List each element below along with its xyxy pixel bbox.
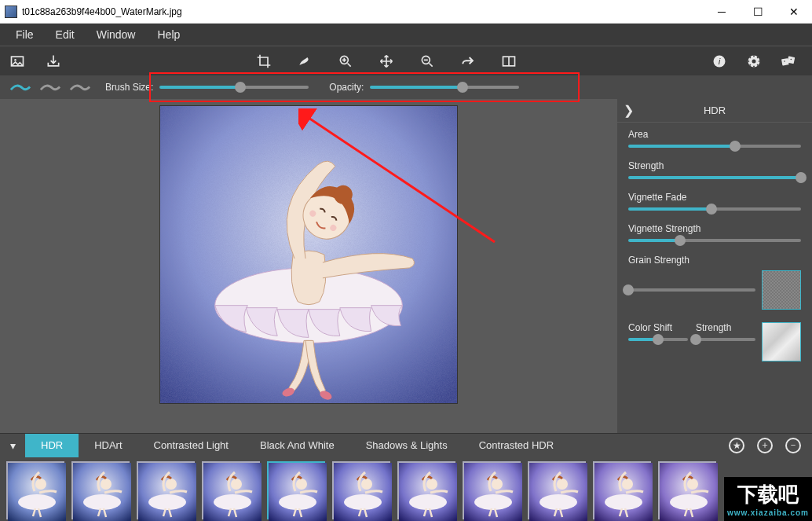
panel-title: HDR [639, 105, 790, 116]
preset-thumb-image [332, 461, 390, 519]
vignette-strength-label: Vignette Strength [628, 223, 801, 234]
strength-label: Strength [628, 160, 801, 171]
svg-point-26 [83, 494, 121, 510]
brush-tool-3-icon[interactable] [69, 81, 91, 94]
preset-thumb[interactable]: Artistic Gradient [396, 461, 456, 521]
canvas-image [159, 105, 458, 404]
svg-rect-25 [73, 463, 131, 521]
vignette-fade-label: Vignette Fade [628, 192, 801, 203]
grain-swatch[interactable] [762, 270, 801, 310]
preset-thumb[interactable]: - HDR Grain [200, 461, 261, 521]
minimize-button[interactable]: ─ [704, 0, 740, 24]
preset-thumb-image [6, 461, 64, 519]
compare-icon[interactable] [499, 52, 518, 71]
svg-point-36 [296, 479, 307, 490]
menu-window[interactable]: Window [86, 25, 147, 44]
svg-point-50 [605, 494, 642, 510]
vignette-fade-slider[interactable] [628, 207, 801, 211]
category-tab-hdr[interactable]: HDR [25, 434, 79, 457]
color-strength-label: Strength [696, 322, 755, 333]
svg-rect-49 [594, 463, 653, 521]
color-shift-label: Color Shift [628, 322, 688, 333]
category-tab-contrasted-light[interactable]: Contrasted Light [138, 434, 244, 457]
brush-size-slider[interactable] [159, 86, 309, 89]
preset-thumb-image [71, 461, 130, 519]
categories-expand-icon[interactable]: ▾ [0, 434, 25, 457]
svg-point-48 [557, 479, 568, 490]
favorite-preset-icon[interactable]: ★ [729, 438, 744, 453]
preset-thumb[interactable]: - HDR Smooth 1 [265, 461, 326, 521]
category-tab-hdart[interactable]: HDArt [79, 434, 137, 457]
svg-point-51 [622, 479, 633, 490]
menu-file[interactable]: File [5, 25, 45, 44]
svg-rect-31 [203, 463, 262, 521]
area-slider[interactable] [628, 145, 801, 148]
opacity-label: Opacity: [329, 82, 364, 93]
strength-slider[interactable] [628, 176, 801, 179]
svg-rect-43 [464, 463, 522, 521]
svg-text:i: i [719, 56, 721, 66]
svg-point-38 [344, 494, 382, 510]
vignette-strength-slider[interactable] [628, 239, 801, 242]
menu-edit[interactable]: Edit [45, 25, 86, 44]
svg-rect-22 [8, 463, 66, 521]
preset-thumb-image [137, 461, 195, 519]
color-swatch[interactable] [762, 322, 801, 361]
svg-point-44 [474, 494, 512, 510]
close-button[interactable]: ✕ [776, 0, 812, 24]
dice-random-icon[interactable] [779, 52, 798, 71]
maximize-button[interactable]: ☐ [740, 0, 776, 24]
svg-point-1 [14, 59, 16, 61]
svg-point-24 [35, 479, 46, 490]
redo-icon[interactable] [459, 52, 477, 71]
svg-rect-52 [660, 463, 718, 521]
category-tab-shadows-lights[interactable]: Shadows & Lights [350, 434, 463, 457]
preset-thumb[interactable]: Dark Contrasted Blue [657, 461, 717, 521]
preset-thumb[interactable]: - HDR 3 [135, 461, 196, 521]
badge-sub: www.xiazaiba.com [727, 508, 809, 517]
preset-thumb[interactable]: - HDR 1 [5, 461, 65, 521]
add-preset-icon[interactable]: ＋ [757, 438, 773, 453]
preset-thumb[interactable]: Beautiful Warm Glow [461, 461, 521, 521]
area-label: Area [628, 129, 801, 140]
color-strength-slider[interactable] [696, 338, 755, 341]
open-image-icon[interactable] [8, 52, 27, 71]
panel-collapse-icon[interactable]: ❯ [617, 100, 639, 122]
preset-thumb[interactable]: Dark Contrast [591, 461, 652, 521]
preset-thumb-image [463, 461, 521, 519]
zoom-out-icon[interactable] [418, 52, 437, 71]
svg-rect-46 [529, 463, 587, 521]
brush-mask-icon[interactable] [295, 52, 314, 71]
brush-tool-2-icon[interactable] [39, 81, 61, 94]
zoom-in-icon[interactable] [336, 52, 355, 71]
svg-point-41 [409, 494, 447, 510]
preset-thumb-image [593, 461, 651, 519]
preset-thumb[interactable]: - HDR 2 [70, 461, 130, 521]
category-tab-contrasted-hdr[interactable]: Contrasted HDR [463, 434, 569, 457]
save-icon[interactable] [44, 52, 63, 71]
crop-icon[interactable] [254, 52, 273, 71]
svg-point-11 [784, 61, 785, 62]
svg-point-45 [492, 479, 503, 490]
svg-rect-34 [269, 463, 327, 521]
preset-thumb[interactable]: Blue Glow [526, 461, 587, 521]
badge-main: 下载吧 [737, 481, 799, 508]
svg-point-54 [687, 479, 698, 490]
brush-toolbar: Brush Size: Opacity: [0, 75, 812, 99]
settings-icon[interactable] [744, 52, 763, 71]
menu-help[interactable]: Help [146, 25, 191, 44]
canvas-zone[interactable] [0, 99, 617, 433]
info-icon[interactable]: i [710, 52, 729, 71]
app-icon [5, 6, 17, 18]
remove-preset-icon[interactable]: － [785, 438, 801, 453]
preset-thumb[interactable]: - HDR Smooth 2 [331, 461, 391, 521]
window-title: t01c88a263b9f4e4b00_WaterMark.jpg [22, 6, 704, 17]
svg-point-29 [148, 494, 186, 510]
move-icon[interactable] [377, 52, 396, 71]
grain-strength-slider[interactable] [628, 288, 755, 292]
category-tab-black-and-white[interactable]: Black And White [244, 434, 350, 457]
opacity-slider[interactable] [370, 86, 519, 89]
svg-point-8 [752, 59, 756, 63]
brush-tool-1-icon[interactable] [9, 81, 31, 94]
color-shift-slider[interactable] [628, 338, 688, 341]
